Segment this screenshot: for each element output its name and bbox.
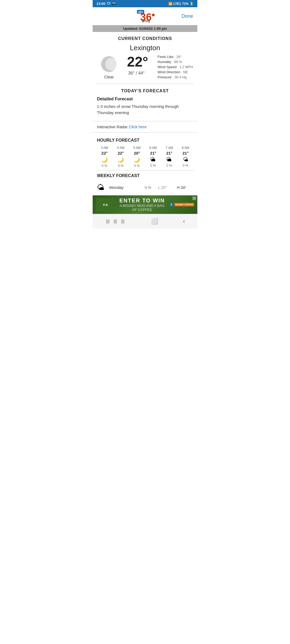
hourly-col: 6 AM 21° 🌥 0 %	[146, 146, 161, 168]
conditions-middle: 22° 36° / 44°	[125, 55, 148, 76]
status-bar-right: 📶 LTE1 71% 🔋	[168, 2, 194, 6]
wind-direction-row: Wind Direction : NE	[158, 70, 193, 74]
logo-station: WTVQ	[142, 20, 150, 23]
humidity-label: Humidity	[158, 60, 171, 64]
wind-speed-label: Wind Speed	[158, 65, 177, 69]
hourly-col: 3 AM 22° 🌙 0 %	[97, 146, 112, 168]
weather-icon	[100, 55, 118, 74]
weekly-forecast-section: WEEKLY FORECAST 🌤 Monday 0 % L 20° H 34°	[93, 171, 197, 195]
condition-label: Clear	[104, 75, 114, 79]
svg-point-2	[102, 57, 117, 72]
current-conditions-title: CURRENT CONDITIONS	[93, 32, 197, 42]
wind-direction-label: Wind Direction	[158, 70, 180, 74]
home-nav-button[interactable]: ⬜	[146, 217, 164, 226]
weekly-rows: 🌤 Monday 0 % L 20° H 34°	[97, 181, 193, 194]
weekly-row: 🌤 Monday 0 % L 20° H 34°	[97, 181, 193, 194]
hourly-time: 4 AM	[117, 146, 124, 150]
pressure-value: 30.4 Hg	[175, 75, 187, 79]
hourly-precip: 0 %	[150, 164, 156, 167]
wifi-icon: 📶	[168, 2, 172, 6]
weekly-low: L 20°	[158, 185, 174, 190]
menu-nav-button[interactable]: ⫼ ⫼ ⫼	[100, 217, 131, 226]
radar-row: Interactive Radar Click here	[93, 121, 197, 133]
hourly-col: 7 AM 21° 🌥 0 %	[162, 146, 177, 168]
vpn-icon: 🛡	[107, 2, 110, 6]
city-name: Lexington	[93, 42, 197, 55]
hourly-precip: 0 %	[183, 164, 188, 167]
current-conditions-section: CURRENT CONDITIONS Lexington Clear 22° 3…	[93, 32, 197, 83]
weekly-high: H 34°	[177, 185, 193, 190]
status-time: 13:00	[96, 2, 105, 6]
weekly-forecast-title: WEEKLY FORECAST	[97, 173, 193, 178]
hourly-temp: 21°	[150, 151, 156, 155]
pressure-row: Pressure : 30.4 Hg	[158, 75, 193, 79]
bottom-nav: ⫼ ⫼ ⫼ ⬜ ‹	[93, 214, 197, 229]
hourly-icon: 🌥	[150, 156, 156, 163]
wind-speed-value: 1.2 MPH	[179, 65, 193, 69]
humidity-value: 89 %	[174, 60, 182, 64]
ad-close-button[interactable]: X	[192, 196, 196, 200]
hourly-precip: 0 %	[166, 164, 172, 167]
conditions-left: Clear	[97, 55, 121, 79]
hourly-col: 4 AM 22° 🌙 0 %	[113, 146, 128, 168]
battery-icon: 🔋	[190, 2, 194, 6]
status-bar: 13:00 🛡 📷 📶 LTE1 71% 🔋	[93, 0, 197, 7]
ad-image: 🍵☕	[96, 198, 115, 211]
hourly-icon: 🌙	[133, 156, 140, 163]
feels-like-value: 26°	[176, 55, 182, 59]
weekly-icon: 🌤	[97, 183, 107, 192]
hourly-precip: 0 %	[102, 164, 107, 168]
hourly-temp: 21°	[182, 151, 189, 155]
back-nav-button[interactable]: ‹	[177, 217, 190, 226]
hourly-precip: 0 %	[134, 164, 140, 168]
hourly-icon: 🌙	[101, 156, 108, 163]
forecast-text: 1-3 inches of snow Thursday morning thro…	[97, 104, 193, 116]
hourly-col: 8 AM 21° 🌤 0 %	[178, 146, 193, 168]
logo-abc-badge: abc	[137, 10, 144, 14]
feels-like-row: Feels Like : 26°	[158, 55, 193, 59]
hourly-forecast-section: HOURLY FORECAST 3 AM 22° 🌙 0 % 4 AM 22° …	[93, 135, 197, 170]
app-header: abc 36 WTVQ Done	[93, 7, 197, 25]
weekly-precip: 0 %	[145, 185, 155, 190]
conditions-row: Clear 22° 36° / 44° Feels Like : 26° Hum…	[93, 55, 197, 83]
temperature-display: 22°	[127, 55, 148, 69]
radar-label: Interactive Radar	[97, 125, 128, 129]
todays-forecast-section: TODAY'S FORECAST Detailed Forecast 1-3 i…	[93, 84, 197, 118]
hourly-time: 5 AM	[133, 146, 140, 150]
pressure-label: Pressure	[158, 75, 172, 79]
hourly-forecast-title: HOURLY FORECAST	[97, 138, 193, 143]
hourly-icon: 🌥	[166, 156, 172, 163]
back-icon: ‹	[183, 218, 185, 225]
hourly-icon: 🌤	[183, 156, 188, 163]
ad-banner: 🍵☕ ENTER TO WIN A BIGGBY MUG AND A BAG O…	[93, 195, 197, 214]
feels-like-label: Feels Like	[158, 55, 173, 59]
hourly-temp: 20°	[134, 151, 140, 155]
weekly-day: Monday	[109, 185, 142, 190]
battery-level: 71%	[182, 2, 189, 6]
conditions-details: Feels Like : 26° Humidity : 89 % Wind Sp…	[158, 55, 193, 79]
ad-channel-logo: 3	[169, 203, 173, 206]
humidity-row: Humidity : 89 %	[158, 60, 193, 64]
hourly-precip: 0 %	[118, 164, 124, 168]
hourly-time: 3 AM	[101, 146, 108, 150]
hourly-col: 5 AM 20° 🌙 0 %	[129, 146, 144, 168]
home-icon: ⬜	[151, 218, 158, 225]
ad-brand-logo: BIGGBY COFFEE	[174, 203, 194, 206]
logo-container: abc 36 WTVQ	[136, 9, 155, 23]
todays-forecast-title: TODAY'S FORECAST	[97, 86, 193, 97]
hourly-time: 7 AM	[166, 146, 173, 150]
hourly-grid: 3 AM 22° 🌙 0 % 4 AM 22° 🌙 0 % 5 AM 20° 🌙…	[97, 146, 193, 168]
update-text: Updated: 01/04/22 1:00 pm	[123, 27, 167, 31]
hourly-icon: 🌙	[117, 156, 124, 163]
done-button[interactable]: Done	[182, 13, 193, 19]
radar-link[interactable]: Click here	[129, 125, 147, 129]
ad-enter-text: ENTER TO WIN	[117, 197, 167, 204]
wind-speed-row: Wind Speed : 1.2 MPH	[158, 65, 193, 69]
hourly-temp: 21°	[166, 151, 172, 155]
status-bar-left: 13:00 🛡 📷	[96, 2, 116, 6]
wind-direction-value: NE	[183, 70, 188, 74]
signal-label: LTE1	[173, 2, 181, 6]
ad-win-text: A BIGGBY MUG AND A BAG OF COFFEE	[117, 204, 167, 212]
hourly-temp: 22°	[102, 151, 108, 155]
ad-text: ENTER TO WIN A BIGGBY MUG AND A BAG OF C…	[117, 197, 167, 212]
